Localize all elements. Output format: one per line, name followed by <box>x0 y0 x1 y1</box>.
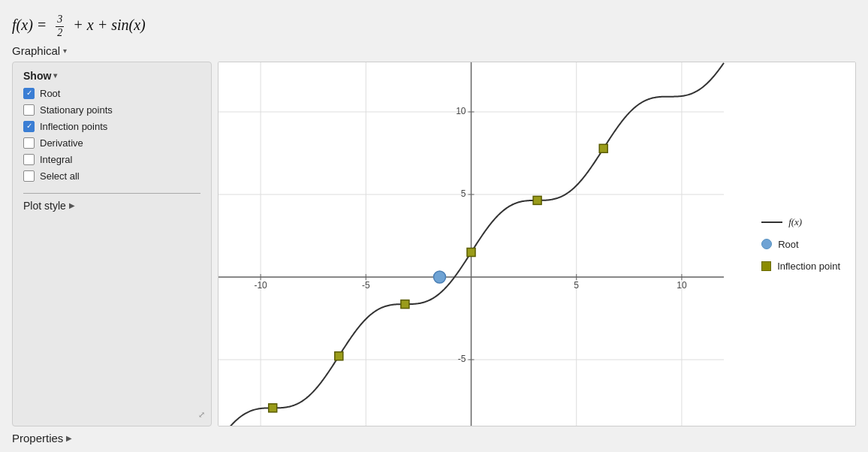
properties-row[interactable]: Properties ▶ <box>12 432 856 444</box>
graphical-label: Graphical <box>12 44 60 57</box>
legend-square-inflection <box>761 261 771 271</box>
checkbox-root-label: Root <box>40 88 60 99</box>
plot-style-label: Plot style <box>23 200 66 212</box>
checkbox-stationary[interactable] <box>23 104 35 116</box>
checkbox-selectall-label: Select all <box>40 170 80 182</box>
checkbox-row-derivative[interactable]: Derivative <box>23 137 200 149</box>
checkbox-derivative[interactable] <box>23 137 35 149</box>
checkbox-row-inflection[interactable]: Inflection points <box>23 121 200 132</box>
checkbox-root[interactable] <box>23 88 35 99</box>
content-area: Show ▾ Root Stationary points Inflection… <box>12 62 856 426</box>
formula: f(x) = 3 2 + x + sin(x) <box>12 8 856 44</box>
checkbox-row-stationary[interactable]: Stationary points <box>23 104 200 116</box>
plot-style-arrow: ▶ <box>69 201 75 209</box>
checkbox-row-selectall[interactable]: Select all <box>23 170 200 182</box>
sidebar: Show ▾ Root Stationary points Inflection… <box>12 62 212 426</box>
plot-style-row[interactable]: Plot style ▶ <box>23 200 200 212</box>
legend-fx: f(x) <box>761 216 840 228</box>
checkbox-row-integral[interactable]: Integral <box>23 154 200 165</box>
expand-icon[interactable]: ⤢ <box>198 410 205 420</box>
graphical-dropdown-arrow: ▾ <box>63 47 67 55</box>
legend-line-fx <box>761 221 782 223</box>
checkbox-stationary-label: Stationary points <box>40 104 113 116</box>
checkbox-inflection[interactable] <box>23 121 35 132</box>
legend-circle-root <box>761 239 772 249</box>
legend-root: Root <box>761 239 840 250</box>
sidebar-divider <box>23 193 200 194</box>
properties-label: Properties <box>12 432 63 444</box>
legend-inflection: Inflection point <box>761 261 840 272</box>
formula-text: f(x) = 3 2 + x + sin(x) <box>12 14 146 40</box>
properties-arrow: ▶ <box>66 434 72 442</box>
show-arrow: ▾ <box>53 71 57 80</box>
checkbox-integral[interactable] <box>23 154 35 165</box>
checkbox-inflection-label: Inflection points <box>40 121 107 132</box>
legend-inflection-label: Inflection point <box>777 261 840 272</box>
checkbox-integral-label: Integral <box>40 154 72 165</box>
checkbox-derivative-label: Derivative <box>40 137 83 149</box>
legend-root-label: Root <box>778 239 798 250</box>
graph-legend: f(x) Root Inflection point <box>761 216 840 272</box>
legend-fx-label: f(x) <box>788 216 802 228</box>
checkbox-selectall[interactable] <box>23 170 35 182</box>
checkbox-row-root[interactable]: Root <box>23 88 200 99</box>
show-dropdown[interactable]: Show ▾ <box>23 70 200 82</box>
graphical-section-header[interactable]: Graphical ▾ <box>12 44 856 57</box>
show-label: Show <box>23 70 51 82</box>
graph-canvas <box>219 62 855 426</box>
graph-area[interactable]: f(x) Root Inflection point <box>218 62 856 426</box>
